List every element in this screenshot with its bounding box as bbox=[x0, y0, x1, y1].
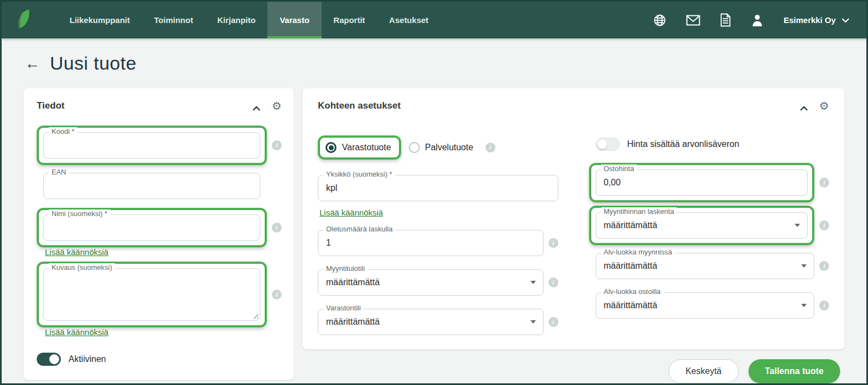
info-icon[interactable]: i bbox=[819, 220, 829, 230]
dropdown-caret-icon[interactable] bbox=[530, 320, 536, 324]
page-title: Uusi tuote bbox=[50, 53, 136, 74]
info-icon[interactable]: i bbox=[819, 178, 829, 188]
ostohinta-highlight: Ostohinta 0,00 bbox=[589, 163, 815, 202]
koodi-field[interactable]: Koodi * bbox=[43, 132, 260, 158]
varastontili-label: Varastontili bbox=[323, 304, 363, 312]
info-icon[interactable]: i bbox=[549, 317, 558, 327]
nav-item-label: Toiminnot bbox=[154, 15, 193, 25]
kuvaus-textarea[interactable]: Kuvaus (suomeksi) bbox=[43, 268, 260, 321]
aktiivinen-toggle-row: Aktiivinen bbox=[37, 353, 282, 366]
nav-item-label: Varasto bbox=[279, 15, 309, 25]
myyntitulotili-select[interactable]: Myyntitulotili määrittämättä bbox=[318, 269, 544, 296]
tiedot-card-title: Tiedot bbox=[37, 100, 65, 111]
radio-varastotuote[interactable]: Varastotuote bbox=[326, 142, 391, 153]
nav-item-raportit[interactable]: Raportit bbox=[322, 2, 378, 38]
oletusmaara-field[interactable]: Oletusmäärä laskulla 1 bbox=[318, 230, 544, 256]
collapse-chevron-icon[interactable] bbox=[800, 104, 807, 109]
aktiivinen-toggle[interactable] bbox=[37, 353, 61, 366]
resize-handle[interactable] bbox=[252, 313, 258, 319]
kuvaus-highlight: Kuvaus (suomeksi) bbox=[37, 262, 267, 327]
nav-item-liikekumppanit[interactable]: Liikekumppanit bbox=[58, 2, 142, 38]
info-icon[interactable]: i bbox=[272, 290, 282, 299]
dropdown-caret-icon[interactable] bbox=[530, 281, 536, 284]
nav-item-label: Liikekumppanit bbox=[70, 15, 130, 25]
ean-value bbox=[52, 180, 252, 191]
form-actions: Keskeytä Tallenna tuote bbox=[302, 359, 844, 383]
alv-ostoilla-value: määrittämättä bbox=[604, 300, 796, 311]
cancel-button[interactable]: Keskeytä bbox=[669, 359, 739, 383]
company-menu[interactable]: Esimerkki Oy bbox=[784, 15, 850, 25]
collapse-chevron-icon[interactable] bbox=[252, 104, 260, 109]
yksikko-field[interactable]: Yksikkö (suomeksi) * kpl bbox=[318, 175, 558, 201]
vat-toggle[interactable] bbox=[596, 138, 620, 151]
alv-myynnissa-value: määrittämättä bbox=[604, 261, 796, 271]
main-menu: Liikekumppanit Toiminnot Kirjanpito Vara… bbox=[58, 2, 441, 38]
page-header: ← Uusi tuote bbox=[25, 53, 844, 74]
myyntihinta-highlight: Myyntihinnan laskenta määrittämättä bbox=[589, 206, 815, 245]
myyntitulotili-label: Myyntitulotili bbox=[323, 264, 368, 273]
varastontili-select[interactable]: Varastontili määrittämättä bbox=[318, 309, 544, 335]
info-icon[interactable]: i bbox=[819, 261, 829, 271]
nimi-value bbox=[52, 222, 252, 233]
gear-icon[interactable]: ⚙ bbox=[819, 100, 829, 111]
nav-item-asetukset[interactable]: Asetukset bbox=[377, 2, 441, 38]
vat-toggle-label: Hinta sisältää arvonlisäveron bbox=[627, 139, 740, 149]
radio-palvelutuote-label: Palvelutuote bbox=[425, 143, 473, 152]
varastontili-value: määrittämättä bbox=[326, 316, 524, 327]
info-icon[interactable]: i bbox=[819, 301, 829, 310]
alv-myynnissa-select[interactable]: Alv-luokka myynnissä määrittämättä bbox=[596, 253, 815, 279]
yksikko-value: kpl bbox=[326, 183, 550, 194]
back-arrow-icon[interactable]: ← bbox=[25, 56, 40, 71]
alv-ostoilla-label: Alv-luokka ostoilla bbox=[601, 287, 664, 296]
radio-palvelutuote[interactable]: Palvelutuote bbox=[409, 142, 473, 153]
page-content: ← Uusi tuote Tiedot ⚙ bbox=[2, 38, 866, 383]
app-window: Liikekumppanit Toiminnot Kirjanpito Vara… bbox=[0, 0, 868, 385]
document-icon[interactable] bbox=[720, 13, 731, 27]
info-icon[interactable]: i bbox=[486, 143, 495, 152]
kuvaus-label: Kuvaus (suomeksi) bbox=[49, 263, 115, 271]
gear-icon[interactable]: ⚙ bbox=[272, 100, 282, 111]
nav-item-varasto[interactable]: Varasto bbox=[267, 2, 321, 38]
info-icon[interactable]: i bbox=[272, 140, 282, 150]
vat-toggle-row: Hinta sisältää arvonlisäveron bbox=[596, 138, 830, 151]
company-name: Esimerkki Oy bbox=[784, 15, 836, 25]
dropdown-caret-icon[interactable] bbox=[801, 304, 807, 307]
nimi-translations-link[interactable]: Lisää käännöksiä bbox=[45, 247, 108, 257]
myyntitulotili-value: määrittämättä bbox=[326, 277, 524, 288]
top-navigation: Liikekumppanit Toiminnot Kirjanpito Vara… bbox=[2, 2, 866, 38]
nimi-highlight: Nimi (suomeksi) * bbox=[37, 208, 267, 247]
chevron-down-icon bbox=[841, 15, 850, 25]
globe-icon[interactable] bbox=[653, 14, 666, 27]
alv-ostoilla-select[interactable]: Alv-luokka ostoilla määrittämättä bbox=[596, 292, 815, 319]
app-logo[interactable] bbox=[16, 2, 31, 38]
tiedot-card: Tiedot ⚙ Koodi * bbox=[24, 88, 294, 380]
ean-label: EAN bbox=[49, 168, 69, 176]
nav-right-tools: Esimerkki Oy bbox=[653, 2, 866, 38]
myyntihinta-label: Myyntihinnan laskenta bbox=[601, 207, 677, 216]
info-icon[interactable]: i bbox=[272, 223, 282, 233]
save-product-button[interactable]: Tallenna tuote bbox=[749, 359, 840, 383]
user-icon[interactable] bbox=[751, 14, 764, 27]
koodi-value bbox=[52, 140, 252, 151]
kuvaus-translations-link[interactable]: Lisää käännöksiä bbox=[45, 327, 108, 337]
dropdown-caret-icon[interactable] bbox=[801, 264, 807, 268]
myyntihinta-select[interactable]: Myyntihinnan laskenta määrittämättä bbox=[596, 212, 808, 239]
nav-item-kirjanpito[interactable]: Kirjanpito bbox=[205, 2, 267, 38]
ean-field[interactable]: EAN bbox=[43, 173, 260, 199]
dropdown-caret-icon[interactable] bbox=[795, 224, 800, 227]
yksikko-translations-link[interactable]: Lisää käännöksiä bbox=[319, 208, 383, 217]
nimi-field[interactable]: Nimi (suomeksi) * bbox=[43, 214, 260, 241]
alv-myynnissa-label: Alv-luokka myynnissä bbox=[601, 248, 675, 256]
varastotuote-highlight: Varastotuote bbox=[318, 135, 401, 160]
radio-unselected-icon bbox=[409, 142, 420, 153]
info-icon[interactable]: i bbox=[549, 238, 558, 248]
nav-item-toiminnot[interactable]: Toiminnot bbox=[142, 2, 205, 38]
kohteen-card-title: Kohteen asetukset bbox=[318, 100, 401, 111]
nimi-label: Nimi (suomeksi) * bbox=[49, 210, 110, 218]
nav-item-label: Raportit bbox=[334, 15, 366, 25]
info-icon[interactable]: i bbox=[549, 278, 558, 287]
ostohinta-field[interactable]: Ostohinta 0,00 bbox=[596, 169, 808, 196]
koodi-highlight: Koodi * bbox=[37, 126, 267, 165]
kuvaus-value bbox=[52, 276, 252, 287]
mail-icon[interactable] bbox=[686, 15, 700, 26]
